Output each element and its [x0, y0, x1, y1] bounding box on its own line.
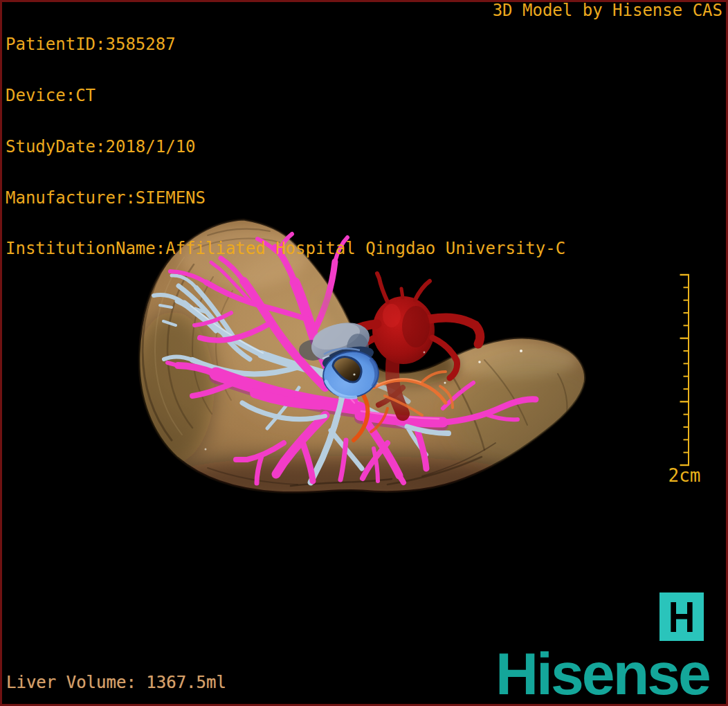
institution-text: InstitutionName:Affiliated Hospital Qing… [6, 240, 565, 257]
hisense-wordmark: Hisense [495, 644, 709, 703]
study-date-text: StudyDate:2018/1/10 [6, 138, 565, 156]
liver-volume-text: Liver Volume: 1367.5ml [6, 673, 226, 692]
manufacturer-text: Manufacturer:SIEMENS [6, 190, 565, 207]
hisense-logo-letter: H [668, 595, 695, 639]
viewer-window: PatientID:3585287 Device:CT StudyDate:20… [0, 0, 728, 706]
hisense-logo-icon: H [659, 592, 704, 641]
patient-info-block: PatientID:3585287 Device:CT StudyDate:20… [6, 2, 565, 291]
watermark-text: 3D Model by Hisense CAS [493, 2, 722, 19]
patient-id-text: PatientID:3585287 [6, 36, 565, 53]
scale-label: 2cm [666, 465, 703, 486]
scale-ruler [680, 274, 690, 466]
device-text: Device:CT [6, 87, 565, 105]
